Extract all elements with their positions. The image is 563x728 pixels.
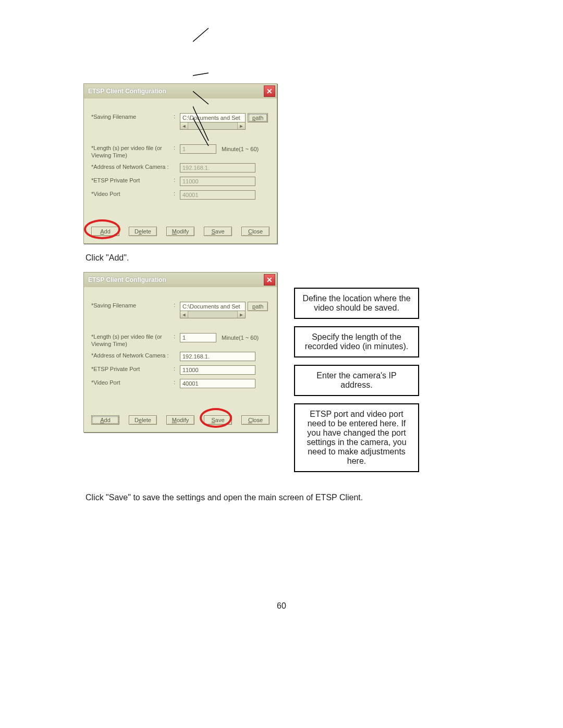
window-title: ETSP Client Configuration — [88, 88, 166, 95]
window-title: ETSP Client Configuration — [88, 276, 166, 283]
label-video-port: *Video Port — [91, 190, 174, 198]
etsp-port-input[interactable] — [180, 365, 255, 375]
titlebar: ETSP Client Configuration ✕ — [84, 273, 277, 287]
horizontal-scrollbar[interactable]: ◄ ► — [180, 122, 246, 130]
delete-button[interactable]: Delete — [129, 227, 157, 236]
instruction-click-save: Click "Save" to save the settings and op… — [85, 493, 480, 502]
save-button[interactable]: Save — [204, 227, 232, 236]
label-saving-filename: *Saving Filename — [91, 113, 174, 120]
etsp-config-dialog-2: ETSP Client Configuration ✕ *Saving File… — [83, 272, 277, 433]
scroll-left-icon[interactable]: ◄ — [180, 122, 188, 129]
callout-ports: ETSP port and video port need to be ente… — [294, 403, 419, 472]
label-length: *Length (s) per video file (or Viewing T… — [91, 333, 174, 348]
label-etsp-port: *ETSP Private Port — [91, 177, 174, 184]
video-port-input[interactable] — [180, 379, 255, 388]
length-input — [180, 144, 216, 154]
callout-video-length: Specify the length of the recorded video… — [294, 326, 419, 357]
path-button[interactable]: path — [248, 113, 268, 122]
close-button[interactable]: Close — [241, 227, 270, 236]
callout-camera-ip: Enter the camera's IP address. — [294, 365, 419, 396]
callout-save-location: Define the location where the video shou… — [294, 288, 419, 319]
minute-range-label: Minute(1 ~ 60) — [222, 335, 259, 341]
label-video-port: *Video Port — [91, 379, 174, 386]
scroll-left-icon[interactable]: ◄ — [180, 311, 188, 318]
saving-filename-input[interactable] — [180, 113, 246, 122]
page-number: 60 — [83, 601, 480, 611]
etsp-port-input — [180, 177, 255, 186]
saving-filename-input[interactable] — [180, 302, 246, 311]
add-button[interactable]: Add — [91, 227, 119, 236]
label-address: *Address of Network Camera : — [91, 352, 174, 359]
save-button[interactable]: Save — [204, 415, 232, 425]
label-length: *Length (s) per video file (or Viewing T… — [91, 144, 174, 159]
path-button[interactable]: path — [248, 302, 268, 311]
label-saving-filename: *Saving Filename — [91, 302, 174, 309]
svg-line-1 — [193, 73, 209, 76]
label-etsp-port: *ETSP Private Port — [91, 365, 174, 373]
length-input[interactable] — [180, 333, 216, 342]
video-port-input — [180, 190, 255, 200]
label-address: *Address of Network Camera : — [91, 163, 174, 170]
horizontal-scrollbar[interactable]: ◄ ► — [180, 311, 246, 318]
close-button[interactable]: Close — [241, 415, 270, 425]
svg-line-0 — [193, 28, 209, 42]
camera-address-input — [180, 163, 255, 172]
scroll-right-icon[interactable]: ► — [237, 311, 245, 318]
add-button[interactable]: Add — [91, 415, 119, 425]
close-icon[interactable]: ✕ — [264, 85, 275, 97]
delete-button[interactable]: Delete — [129, 415, 157, 425]
close-icon[interactable]: ✕ — [264, 274, 275, 286]
modify-button[interactable]: Modify — [166, 415, 194, 425]
minute-range-label: Minute(1 ~ 60) — [222, 146, 259, 152]
titlebar: ETSP Client Configuration ✕ — [84, 84, 277, 98]
instruction-click-add: Click "Add". — [85, 253, 480, 263]
etsp-config-dialog-1: ETSP Client Configuration ✕ *Saving File… — [83, 83, 277, 244]
camera-address-input[interactable] — [180, 352, 255, 361]
scroll-right-icon[interactable]: ► — [237, 122, 245, 129]
modify-button[interactable]: Modify — [166, 227, 194, 236]
